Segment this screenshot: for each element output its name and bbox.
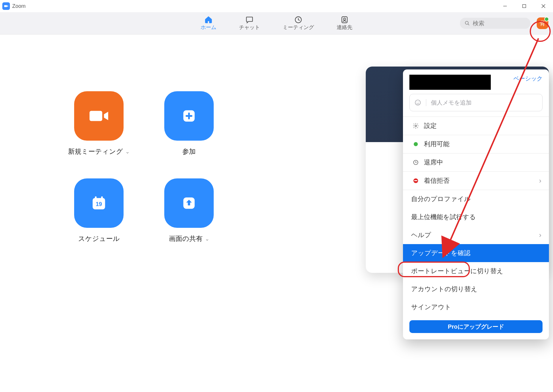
join-button[interactable] [164,91,214,141]
home-icon [204,16,213,24]
status-available-icon [411,142,420,146]
search-icon [465,21,470,26]
profile-name-redacted [409,75,491,90]
svg-rect-14 [101,196,103,201]
menu-portrait-view[interactable]: ポートレートビューに切り替え [403,262,549,280]
svg-point-19 [418,102,419,102]
top-navbar: ホーム チャット ミーティング 連絡先 検索 骨 [0,12,553,35]
svg-point-20 [415,125,417,127]
video-icon [89,106,109,126]
svg-rect-11 [185,115,192,117]
profile-menu: ベーシック 個人メモを追加 設定 利用可能 退 [403,69,549,339]
tab-label: 連絡先 [337,24,352,31]
calendar-icon: 19 [89,193,109,213]
svg-line-8 [468,24,469,25]
clock-icon [294,16,302,24]
svg-text:19: 19 [96,201,102,207]
menu-try-top-features[interactable]: 最上位機能を試行する [403,208,549,226]
tab-meetings[interactable]: ミーティング [283,16,314,31]
share-screen-button[interactable] [164,178,214,228]
share-screen-label[interactable]: 画面の共有 ⌄ [169,234,209,243]
menu-status-available[interactable]: 利用可能 [403,135,549,153]
schedule-label: スケジュール [78,234,120,243]
svg-point-18 [417,102,417,102]
search-input[interactable]: 検索 [460,18,530,29]
menu-status-dnd[interactable]: 着信拒否 › [403,172,549,190]
menu-my-profile[interactable]: 自分のプロファイル [403,190,549,208]
personal-note-input[interactable]: 個人メモを追加 [409,94,543,111]
tab-label: ミーティング [283,24,314,31]
plus-icon [179,106,199,126]
chat-icon [245,16,254,24]
menu-signout[interactable]: サインアウト [403,298,549,316]
contacts-icon [340,16,349,24]
svg-point-6 [344,18,346,20]
join-label: 参加 [182,147,196,156]
tab-label: ホーム [201,24,216,31]
emoji-icon[interactable] [410,99,426,106]
gear-icon [411,123,420,129]
window-maximize-button[interactable] [515,0,534,12]
status-away-icon [411,160,420,165]
personal-note-placeholder: 個人メモを追加 [426,99,542,107]
upgrade-pro-button[interactable]: Proにアップグレード [409,320,543,333]
new-meeting-button[interactable] [74,91,124,141]
menu-help[interactable]: ヘルプ › [403,226,549,244]
app-title: Zoom [12,3,26,9]
profile-avatar-button[interactable]: 骨 [537,17,548,29]
svg-rect-13 [95,196,97,201]
chevron-down-icon: ⌄ [125,148,130,155]
tab-home[interactable]: ホーム [201,16,216,31]
main-area: 新規ミーティング ⌄ 参加 19 スケジュール 画面の共有 ⌄ [0,35,553,392]
chevron-down-icon: ⌄ [205,236,209,242]
tab-label: チャット [239,24,260,31]
window-close-button[interactable] [534,0,553,12]
menu-switch-account[interactable]: アカウントの切り替え [403,280,549,298]
menu-check-update[interactable]: アップデートを確認 [403,244,549,262]
svg-rect-1 [523,5,526,8]
tab-chat[interactable]: チャット [239,16,260,31]
window-minimize-button[interactable] [495,0,515,12]
share-up-icon [179,193,199,213]
tab-contacts[interactable]: 連絡先 [337,16,352,31]
schedule-button[interactable]: 19 [74,178,124,228]
plan-badge: ベーシック [513,75,543,83]
chevron-right-icon: › [539,177,541,185]
chevron-right-icon: › [539,231,541,239]
svg-point-7 [465,21,468,24]
new-meeting-label[interactable]: 新規ミーティング ⌄ [68,147,130,156]
app-icon [2,2,10,10]
menu-settings[interactable]: 設定 [403,117,549,135]
search-placeholder: 検索 [473,19,484,27]
svg-point-17 [415,100,420,105]
presence-dot-icon [544,17,549,22]
window-titlebar: Zoom [0,0,553,12]
menu-status-away[interactable]: 退席中 [403,153,549,171]
status-dnd-icon [411,178,420,183]
